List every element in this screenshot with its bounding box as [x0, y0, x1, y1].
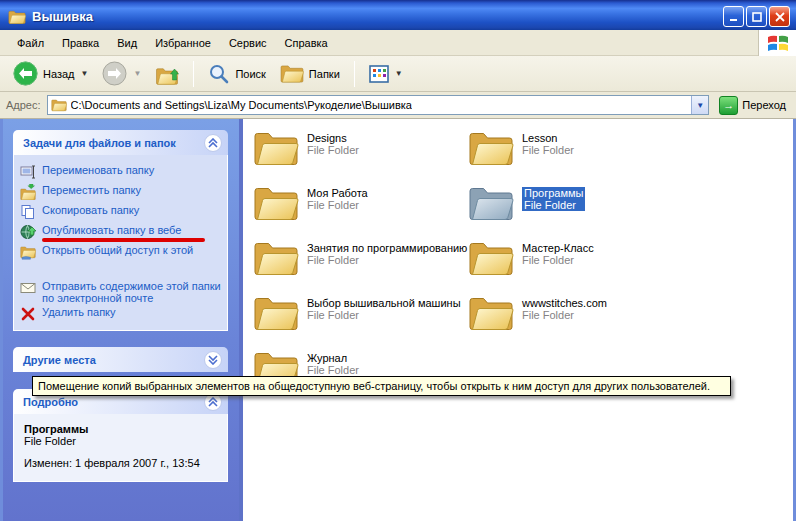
details-panel-body: Программы File Folder Изменен: 1 февраля… [13, 414, 228, 482]
task-label: Открыть общий доступ к этой [42, 244, 193, 256]
go-button[interactable]: → Переход [715, 94, 790, 117]
task-label: Переименовать папку [42, 164, 154, 176]
menu-item-view[interactable]: Вид [108, 33, 146, 53]
folder-type: File Folder [307, 364, 359, 376]
close-button[interactable] [769, 6, 790, 27]
forward-dropdown-caret[interactable]: ▼ [133, 69, 141, 78]
back-button-label: Назад [43, 68, 75, 80]
move-icon [20, 184, 36, 202]
menu-item-favorites[interactable]: Избранное [146, 33, 220, 53]
menu-item-help[interactable]: Справка [276, 33, 337, 53]
address-dropdown-button[interactable]: ▼ [691, 96, 708, 114]
menu-item-edit[interactable]: Правка [53, 33, 108, 53]
folder-type: File Folder [307, 199, 368, 211]
views-dropdown-caret[interactable]: ▼ [395, 69, 403, 78]
delete-icon [20, 306, 36, 324]
titlebar[interactable]: Вышивка [0, 0, 796, 30]
collapse-chevron-icon[interactable] [204, 134, 222, 152]
window-controls [723, 6, 790, 27]
tasks-panel: Задачи для файлов и папок [13, 130, 228, 331]
details-folder-name: Программы [24, 423, 217, 435]
up-button[interactable] [150, 60, 184, 88]
other-places-title: Другие места [23, 354, 96, 366]
folder-icon-selected [468, 183, 514, 223]
folder-item-lesson[interactable]: Lesson File Folder [468, 128, 683, 173]
folder-name: Программы [522, 187, 585, 199]
folder-name: Занятия по программированию [307, 242, 467, 254]
toolbar-separator [354, 61, 355, 87]
folder-item-programmy-selected[interactable]: Программы File Folder [468, 183, 683, 228]
back-dropdown-caret[interactable]: ▼ [81, 69, 89, 78]
tooltip: Помещение копий выбранных элементов на о… [32, 376, 731, 396]
task-label: Удалить папку [42, 306, 116, 318]
rename-icon [20, 164, 36, 182]
folder-item-wwwstitches-com[interactable]: wwwstitches.com File Folder [468, 293, 683, 338]
task-move-folder[interactable]: Переместить папку [20, 182, 223, 202]
folder-item-designs[interactable]: Designs File Folder [253, 128, 468, 173]
toolbar: Назад ▼ ▼ [0, 56, 796, 92]
folder-type: File Folder [307, 144, 359, 156]
explorer-window: Вышивка Файл Правка Вид Избранное Сервис… [0, 0, 796, 521]
folder-icon [468, 128, 514, 168]
folder-name: wwwstitches.com [522, 297, 607, 309]
details-panel-title: Подробно [23, 396, 78, 408]
address-folder-icon [51, 98, 67, 112]
task-share-folder[interactable]: Открыть общий доступ к этой [20, 242, 223, 278]
folder-name: Designs [307, 132, 359, 144]
folder-item-vybor-vyshivalnoy-mashiny[interactable]: Выбор вышивальной машины File Folder [253, 293, 468, 338]
folder-type: File Folder [522, 309, 607, 321]
windows-logo-icon [758, 30, 796, 56]
folders-button[interactable]: Папки [275, 60, 345, 87]
folders-button-label: Папки [309, 68, 340, 80]
folders-icon [280, 63, 304, 84]
folder-type: File Folder [307, 254, 467, 266]
tasks-panel-body: Переименовать папку Переместить папку [13, 155, 228, 331]
search-button[interactable]: Поиск [203, 60, 270, 88]
tasks-panel-title: Задачи для файлов и папок [23, 137, 176, 149]
folder-icon [253, 128, 299, 168]
go-arrow-icon: → [719, 96, 738, 115]
folder-item-moya-rabota[interactable]: Моя Работа File Folder [253, 183, 468, 228]
task-delete-folder[interactable]: Удалить папку [20, 304, 223, 324]
main-area: Задачи для файлов и папок [0, 119, 796, 521]
folder-type: File Folder [522, 254, 594, 266]
tasks-panel-header[interactable]: Задачи для файлов и папок [13, 130, 228, 155]
publish-web-icon [20, 224, 36, 242]
folder-name: Журнал [307, 352, 359, 364]
minimize-button[interactable] [723, 6, 744, 27]
address-path: C:\Documents and Settings\Liza\My Docume… [71, 99, 412, 111]
expand-chevron-icon[interactable] [204, 351, 222, 369]
folder-icon [468, 238, 514, 278]
maximize-button[interactable] [746, 6, 767, 27]
task-copy-folder[interactable]: Скопировать папку [20, 202, 223, 222]
search-button-label: Поиск [235, 68, 265, 80]
task-email-folder[interactable]: Отправить содержимое этой папки по элект… [20, 278, 223, 304]
forward-button[interactable]: ▼ [97, 58, 146, 89]
details-folder-type: File Folder [24, 435, 217, 447]
toolbar-separator [193, 61, 194, 87]
folder-item-zanyatiya-po-programmirovaniyu[interactable]: Занятия по программированию File Folder [253, 238, 468, 283]
menu-item-file[interactable]: Файл [8, 33, 53, 53]
sidebar: Задачи для файлов и папок [0, 119, 243, 521]
views-button[interactable]: ▼ [364, 62, 408, 86]
back-icon [13, 61, 38, 86]
email-icon [20, 280, 36, 298]
folder-name: Мастер-Класс [522, 242, 594, 254]
other-places-panel: Другие места [13, 347, 228, 372]
task-rename-folder[interactable]: Переименовать папку [20, 162, 223, 182]
other-places-header[interactable]: Другие места [13, 347, 228, 372]
folder-icon [253, 183, 299, 223]
window-folder-icon [8, 9, 26, 25]
address-input[interactable]: C:\Documents and Settings\Liza\My Docume… [47, 95, 710, 115]
share-icon [20, 244, 36, 262]
task-publish-folder-web[interactable]: Опубликовать папку в вебе [20, 222, 223, 242]
menu-bar: Файл Правка Вид Избранное Сервис Справка [0, 30, 796, 56]
folder-type: File Folder [522, 144, 574, 156]
folder-grid: Designs File Folder Lesson File Folder М… [247, 119, 793, 521]
folder-type: File Folder [522, 199, 585, 211]
back-button[interactable]: Назад ▼ [8, 58, 93, 89]
menu-item-tools[interactable]: Сервис [220, 33, 276, 53]
task-label: Опубликовать папку в вебе [42, 224, 181, 236]
folder-item-master-klass[interactable]: Мастер-Класс File Folder [468, 238, 683, 283]
folder-icon [253, 238, 299, 278]
